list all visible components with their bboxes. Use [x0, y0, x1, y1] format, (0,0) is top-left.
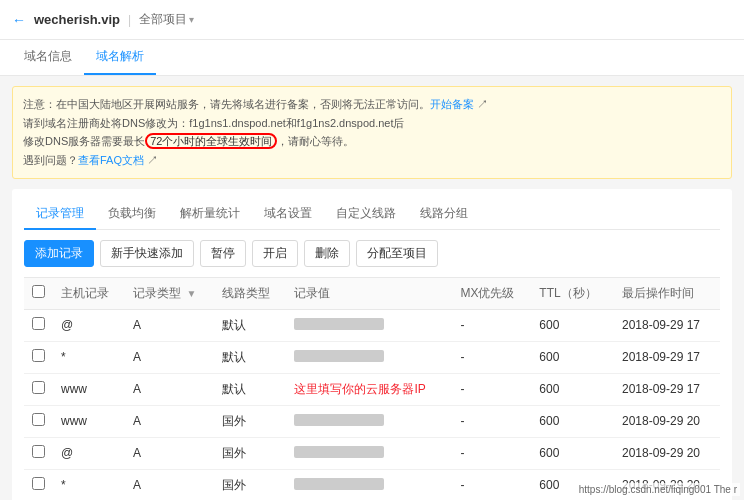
cell-time: 2018-09-29 20	[614, 437, 720, 469]
table-row: @ A 国外 - 600 2018-09-29 20	[24, 437, 720, 469]
back-button[interactable]: ←	[12, 12, 26, 28]
sub-nav: 域名信息 域名解析	[0, 40, 744, 76]
table-header-row: 主机记录 记录类型 ▼ 线路类型 记录值 MX优先级	[24, 277, 720, 309]
cell-type: A	[125, 309, 214, 341]
cell-line: 国外	[214, 405, 286, 437]
cell-time: 2018-09-29 20	[614, 405, 720, 437]
distribute-button[interactable]: 分配至项目	[356, 240, 438, 267]
external-link-icon2: ↗	[147, 154, 158, 166]
cell-mx: -	[452, 341, 531, 373]
cell-host: @	[53, 437, 125, 469]
tab-domain-settings[interactable]: 域名设置	[252, 199, 324, 230]
start-filing-link[interactable]: 开始备案	[430, 98, 474, 110]
cell-ttl: 600	[531, 341, 614, 373]
row-checkbox[interactable]	[32, 445, 45, 458]
cell-type: A	[125, 373, 214, 405]
start-button[interactable]: 开启	[252, 240, 298, 267]
row-checkbox[interactable]	[32, 349, 45, 362]
chevron-down-icon: ▾	[189, 14, 194, 25]
tab-load-balance[interactable]: 负载均衡	[96, 199, 168, 230]
brand-label: wecherish.vip	[34, 12, 120, 27]
cell-ttl: 600	[531, 309, 614, 341]
dns-table-wrap: 主机记录 记录类型 ▼ 线路类型 记录值 MX优先级	[24, 277, 720, 500]
cell-ttl: 600	[531, 437, 614, 469]
notice-circled-time: 72个小时的全球生效时间	[145, 133, 277, 149]
dns-tabs: 记录管理 负载均衡 解析量统计 域名设置 自定义线路 线路分组	[24, 199, 720, 230]
cell-line: 国外	[214, 469, 286, 500]
row-checkbox[interactable]	[32, 381, 45, 394]
quick-add-button[interactable]: 新手快速添加	[100, 240, 194, 267]
cell-host: www	[53, 405, 125, 437]
cell-ttl: 600	[531, 405, 614, 437]
row-checkbox-cell	[24, 469, 53, 500]
cell-type: A	[125, 341, 214, 373]
cell-value: 这里填写你的云服务器IP	[286, 373, 452, 405]
cell-mx: -	[452, 469, 531, 500]
cell-mx: -	[452, 437, 531, 469]
col-ttl: TTL（秒）	[531, 277, 614, 309]
all-projects-nav[interactable]: 全部项目 ▾	[139, 11, 194, 28]
table-row: www A 默认 这里填写你的云服务器IP - 600 2018-09-29 1…	[24, 373, 720, 405]
notice-line2: 请到域名注册商处将DNS修改为：f1g1ns1.dnspod.net和f1g1n…	[23, 114, 721, 133]
add-record-button[interactable]: 添加记录	[24, 240, 94, 267]
table-row: * A 默认 - 600 2018-09-29 17	[24, 341, 720, 373]
notice-box: 注意：在中国大陆地区开展网站服务，请先将域名进行备案，否则将无法正常访问。开始备…	[12, 86, 732, 179]
row-checkbox-cell	[24, 405, 53, 437]
notice-line1: 注意：在中国大陆地区开展网站服务，请先将域名进行备案，否则将无法正常访问。开始备…	[23, 95, 721, 114]
cell-type: A	[125, 405, 214, 437]
cell-mx: -	[452, 405, 531, 437]
nav-separator: |	[128, 13, 131, 27]
cell-host: www	[53, 373, 125, 405]
cell-mx: -	[452, 373, 531, 405]
top-nav: ← wecherish.vip | 全部项目 ▾	[0, 0, 744, 40]
action-bar: 添加记录 新手快速添加 暂停 开启 删除 分配至项目	[24, 240, 720, 267]
col-record-value: 记录值	[286, 277, 452, 309]
table-row: @ A 默认 - 600 2018-09-29 17	[24, 309, 720, 341]
cell-time: 2018-09-29 17	[614, 341, 720, 373]
header-checkbox-cell	[24, 277, 53, 309]
sub-nav-domain-resolve[interactable]: 域名解析	[84, 40, 156, 75]
col-record-type[interactable]: 记录类型 ▼	[125, 277, 214, 309]
cell-host: *	[53, 469, 125, 500]
cell-value	[286, 341, 452, 373]
row-checkbox-cell	[24, 437, 53, 469]
select-all-checkbox[interactable]	[32, 285, 45, 298]
table-row: www A 国外 - 600 2018-09-29 20	[24, 405, 720, 437]
cell-time: 2018-09-29 17	[614, 373, 720, 405]
cell-value	[286, 469, 452, 500]
cell-host: *	[53, 341, 125, 373]
cell-line: 默认	[214, 309, 286, 341]
watermark: https://blog.csdn.net/liqing001 The r	[576, 483, 740, 496]
delete-button[interactable]: 删除	[304, 240, 350, 267]
cell-line: 默认	[214, 341, 286, 373]
tab-line-group[interactable]: 线路分组	[408, 199, 480, 230]
tab-resolve-stats[interactable]: 解析量统计	[168, 199, 252, 230]
tab-custom-line[interactable]: 自定义线路	[324, 199, 408, 230]
all-projects-label: 全部项目	[139, 11, 187, 28]
row-checkbox[interactable]	[32, 317, 45, 330]
sub-nav-domain-info[interactable]: 域名信息	[12, 40, 84, 75]
col-last-operation: 最后操作时间	[614, 277, 720, 309]
col-line-type: 线路类型	[214, 277, 286, 309]
cell-value	[286, 405, 452, 437]
pause-button[interactable]: 暂停	[200, 240, 246, 267]
cell-ttl: 600	[531, 373, 614, 405]
cell-type: A	[125, 469, 214, 500]
cell-time: 2018-09-29 17	[614, 309, 720, 341]
row-checkbox[interactable]	[32, 413, 45, 426]
row-checkbox[interactable]	[32, 477, 45, 490]
tab-record-management[interactable]: 记录管理	[24, 199, 96, 230]
dns-table: 主机记录 记录类型 ▼ 线路类型 记录值 MX优先级	[24, 277, 720, 500]
notice-line4: 遇到问题？查看FAQ文档 ↗	[23, 151, 721, 170]
cell-type: A	[125, 437, 214, 469]
cell-value	[286, 309, 452, 341]
col-mx-priority: MX优先级	[452, 277, 531, 309]
cell-host: @	[53, 309, 125, 341]
cell-line: 默认	[214, 373, 286, 405]
cell-line: 国外	[214, 437, 286, 469]
faq-link[interactable]: 查看FAQ文档	[78, 154, 144, 166]
cell-mx: -	[452, 309, 531, 341]
cell-value	[286, 437, 452, 469]
row-checkbox-cell	[24, 373, 53, 405]
filter-icon: ▼	[186, 288, 196, 299]
